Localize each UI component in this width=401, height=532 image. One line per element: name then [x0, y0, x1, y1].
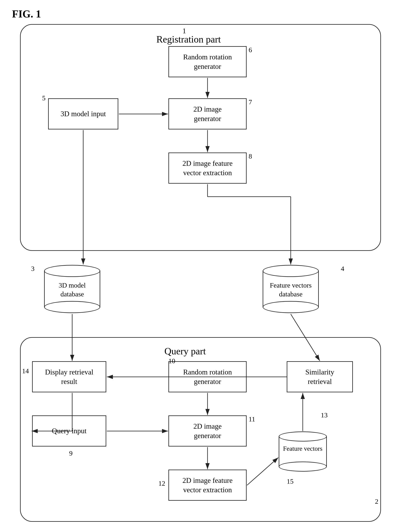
2d-image-generator-top: 2D imagegenerator: [168, 98, 247, 129]
label-12: 12: [158, 480, 165, 487]
label-5: 5: [42, 94, 45, 102]
page-title: FIG. 1: [12, 8, 41, 20]
random-rotation-generator-query: Random rotationgenerator: [168, 361, 247, 392]
label-2: 2: [375, 498, 378, 505]
label-4: 4: [341, 265, 344, 272]
2d-feature-extraction-query: 2D image featurevector extraction: [168, 470, 247, 501]
label-14: 14: [22, 367, 29, 375]
similarity-retrieval: Similarityretrieval: [287, 361, 353, 392]
label-9: 9: [69, 450, 73, 457]
feature-vectors-small: Feature vectors: [279, 431, 327, 472]
query-label: Query part: [164, 346, 206, 357]
label-3: 3: [31, 265, 35, 272]
label-8: 8: [249, 152, 252, 160]
label-10: 10: [168, 357, 175, 365]
2d-feature-extraction-top: 2D image featurevector extraction: [168, 152, 247, 184]
label-6: 6: [249, 46, 252, 54]
random-rotation-generator-top: Random rotationgenerator: [168, 46, 247, 77]
display-retrieval-result: Display retrievalresult: [32, 361, 106, 392]
2d-image-generator-query: 2D imagegenerator: [168, 415, 247, 447]
3d-model-input: 3D model input: [48, 98, 118, 129]
3d-model-database: 3D modeldatabase: [44, 265, 100, 313]
registration-label: Registration part: [156, 34, 221, 45]
label-13: 13: [321, 412, 328, 419]
label-11: 11: [249, 415, 255, 423]
feature-vectors-database: Feature vectorsdatabase: [263, 265, 319, 313]
label-7: 7: [249, 98, 252, 106]
label-15: 15: [287, 478, 294, 485]
query-input: Query input: [32, 415, 106, 447]
